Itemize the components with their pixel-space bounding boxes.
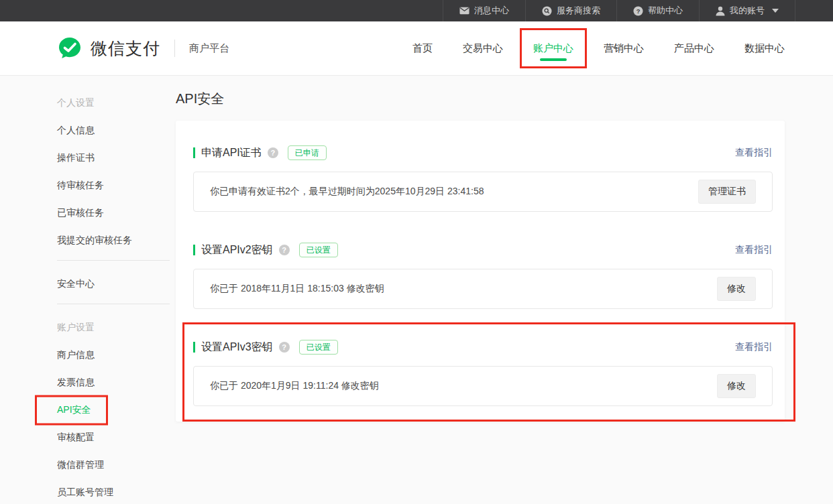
topbar-item-my-account[interactable]: 我的账号 [699,0,795,21]
nav-item-account-center[interactable]: 账户中心 [533,21,573,75]
topbar-item-service-provider-search[interactable]: 服务商搜索 [525,0,616,21]
section-header: 设置APIv3密钥 ? 已设置 查看指引 [193,339,773,355]
nav-item-product-center[interactable]: 产品中心 [674,21,714,75]
mail-icon [459,7,469,15]
question-mark-icon[interactable]: ? [279,245,290,255]
nav-item-data-center[interactable]: 数据中心 [744,21,785,75]
modify-apiv2-key-button[interactable]: 修改 [717,277,756,301]
brand-name: 微信支付 [91,38,160,60]
topbar-item-label: 消息中心 [474,5,509,17]
apiv2-key-info-box: 你已于 2018年11月1日 18:15:03 修改密钥 修改 [193,269,773,309]
content: 个人设置 个人信息 操作证书 待审核任务 已审核任务 我提交的审核任务 安全中心… [0,76,833,504]
brand: 微信支付 商户平台 [57,36,229,60]
topbar-item-message-center[interactable]: 消息中心 [443,0,525,21]
brand-divider [174,40,175,57]
nav-item-marketing-center[interactable]: 营销中心 [604,21,644,75]
view-guide-link[interactable]: 查看指引 [735,244,773,256]
sidebar-item-merchant-info[interactable]: 商户信息 [57,341,170,369]
section-apiv2-key: 设置APIv2密钥 ? 已设置 查看指引 你已于 2018年11月1日 18:1… [193,242,773,309]
main-panel: API安全 申请API证书 ? 已申请 查看指引 你已申请有效证书2个，最早过期… [176,76,785,504]
topbar-end-spacer [795,0,833,21]
certificate-info-box: 你已申请有效证书2个，最早过期时间为2025年10月29日 23:41:58 管… [193,172,773,212]
certificate-info-text: 你已申请有效证书2个，最早过期时间为2025年10月29日 23:41:58 [210,186,698,198]
section-api-certificate: 申请API证书 ? 已申请 查看指引 你已申请有效证书2个，最早过期时间为202… [193,145,773,212]
topbar: 消息中心 服务商搜索 ? 帮助中心 我的账号 [0,0,833,21]
svg-text:?: ? [636,7,641,14]
topbar-item-label: 我的账号 [730,5,765,17]
section-title: 设置APIv2密钥 [201,243,273,257]
status-badge: 已申请 [288,145,327,160]
modify-apiv3-key-button[interactable]: 修改 [717,374,756,398]
main-nav: 首页 交易中心 账户中心 营销中心 产品中心 数据中心 [412,21,785,75]
sidebar-divider [57,260,170,261]
question-mark-icon[interactable]: ? [268,147,278,158]
sidebar-item-invoice-info[interactable]: 发票信息 [57,369,170,396]
manage-certificate-button[interactable]: 管理证书 [698,180,756,204]
sidebar-item-api-security[interactable]: API安全 [57,396,170,424]
help-icon: ? [633,6,643,16]
sidebar-item-pending-review-tasks[interactable]: 待审核任务 [57,172,170,199]
view-guide-link[interactable]: 查看指引 [735,341,773,353]
sidebar-divider [57,304,170,304]
sidebar-item-security-center[interactable]: 安全中心 [57,270,170,298]
sidebar-item-my-submitted-review-tasks[interactable]: 我提交的审核任务 [57,227,170,254]
chevron-down-icon [772,9,779,13]
sidebar-item-personal-info[interactable]: 个人信息 [57,117,170,144]
section-apiv3-key: 设置APIv3密钥 ? 已设置 查看指引 你已于 2020年1月9日 19:11… [193,339,773,406]
topbar-item-label: 帮助中心 [648,5,683,17]
nav-item-trade-center[interactable]: 交易中心 [463,21,503,75]
brand-subtitle: 商户平台 [189,42,229,55]
sidebar-group-account-settings: 账户设置 [57,314,170,341]
apiv2-key-info-text: 你已于 2018年11月1日 18:15:03 修改密钥 [210,283,717,295]
sidebar-item-wechat-group-management[interactable]: 微信群管理 [57,451,170,479]
topbar-spacer [0,0,443,21]
apiv3-key-info-box: 你已于 2020年1月9日 19:11:24 修改密钥 修改 [193,366,773,406]
status-badge: 已设置 [299,243,338,257]
sidebar-item-reviewed-tasks[interactable]: 已审核任务 [57,199,170,227]
page-title: API安全 [176,89,785,108]
api-security-card: 申请API证书 ? 已申请 查看指引 你已申请有效证书2个，最早过期时间为202… [176,121,785,422]
green-bar-icon [193,342,195,353]
section-header: 设置APIv2密钥 ? 已设置 查看指引 [193,242,773,258]
search-icon [542,6,552,16]
topbar-item-help-center[interactable]: ? 帮助中心 [616,0,699,21]
sidebar-item-review-config[interactable]: 审核配置 [57,424,170,451]
view-guide-link[interactable]: 查看指引 [735,147,773,159]
active-nav-underline [540,58,567,61]
user-icon [716,6,725,16]
green-bar-icon [193,245,195,255]
section-title: 设置APIv3密钥 [201,340,273,355]
apiv3-key-info-text: 你已于 2020年1月9日 19:11:24 修改密钥 [210,380,717,392]
sidebar-group-personal-settings: 个人设置 [57,89,170,117]
nav-item-home[interactable]: 首页 [412,21,433,75]
green-bar-icon [193,147,195,158]
wechat-pay-logo-icon [57,36,82,60]
sidebar-item-staff-account-management[interactable]: 员工账号管理 [57,479,170,504]
sidebar: 个人设置 个人信息 操作证书 待审核任务 已审核任务 我提交的审核任务 安全中心… [57,76,170,504]
section-header: 申请API证书 ? 已申请 查看指引 [193,145,773,161]
question-mark-icon[interactable]: ? [279,342,290,353]
topbar-item-label: 服务商搜索 [557,5,600,17]
section-title: 申请API证书 [201,146,262,160]
header: 微信支付 商户平台 首页 交易中心 账户中心 营销中心 产品中心 数据中心 [0,21,833,76]
sidebar-item-operation-certificate[interactable]: 操作证书 [57,144,170,172]
status-badge: 已设置 [299,340,338,355]
